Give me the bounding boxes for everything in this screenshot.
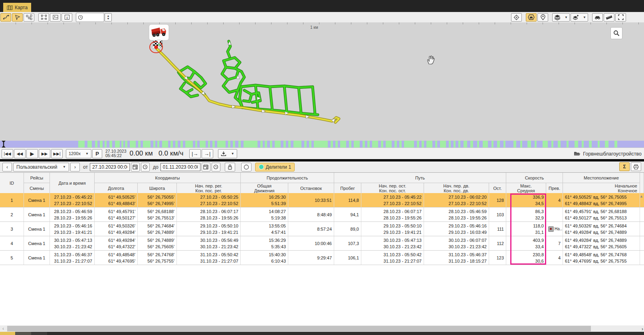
playback-datetime: 27.10.2023 05:45:22 <box>105 149 127 158</box>
prev-period-button[interactable]: ‹ <box>2 163 12 171</box>
map-search-button[interactable] <box>610 27 622 39</box>
header-prev: Прев. <box>546 183 563 193</box>
timeline-segment <box>105 141 107 148</box>
header-shift: Смены <box>24 183 50 193</box>
bottom-edge-segment <box>15 332 31 335</box>
jump-to-end-button[interactable]: →| <box>202 149 213 158</box>
divider-chip[interactable]: Делители 1 <box>255 163 295 171</box>
calendar-icon <box>133 164 138 169</box>
vehicles-button[interactable] <box>592 13 603 22</box>
rewind-button[interactable]: ◀◀ <box>14 149 26 158</box>
totals-button[interactable]: Σ <box>619 162 630 171</box>
jump-to-start-button[interactable]: |→ <box>189 149 201 158</box>
timeline-segment <box>288 141 291 148</box>
measure-button[interactable] <box>604 13 614 22</box>
cell-reg: 27.10.23 - 05:50:2527.10.23 - 22:10:52 <box>177 193 241 207</box>
timeline-segment <box>185 141 193 148</box>
header-stopdur: Остановок <box>288 183 334 193</box>
scroll-right-icon[interactable]: › <box>642 326 643 332</box>
info-button[interactable]: i <box>61 13 72 22</box>
time-spinner[interactable]: ▲ ▼ <box>105 13 112 22</box>
header-lat: Широта <box>138 183 177 193</box>
select-area-button[interactable] <box>38 13 49 22</box>
map-canvas[interactable]: 1 км <box>0 22 644 141</box>
cell-mil: 106,1 <box>334 251 361 265</box>
divider-toggle-button[interactable] <box>241 163 252 171</box>
p-button[interactable]: P <box>92 149 102 158</box>
date-from-input[interactable] <box>90 163 130 171</box>
vehicle-group[interactable]: Горвнешблагоустройство <box>574 148 642 160</box>
header-scroll-gap <box>640 173 644 193</box>
to-calendar-button[interactable] <box>202 163 210 171</box>
table-row[interactable]: 2Смена 128.10.23 - 05:46:5928.10.23 - 19… <box>0 207 644 222</box>
timeline-segment <box>527 141 531 148</box>
layers-button[interactable]: ▼ <box>552 13 570 22</box>
scroll-left-icon[interactable]: ‹ <box>0 326 6 331</box>
timeline-segment <box>399 141 402 148</box>
header-dur: ОбщаяДвижения <box>241 183 288 193</box>
cell-lat: 56° 26,68188'56° 26,75513' <box>138 207 177 221</box>
nodes-tool-button[interactable] <box>24 13 34 22</box>
locate-button[interactable] <box>511 13 522 22</box>
fast-forward-button[interactable]: ▶▶ <box>39 149 50 158</box>
scroll-up-icon[interactable]: ▲ <box>640 194 643 198</box>
scrollbar-thumb[interactable] <box>7 326 591 331</box>
skip-end-button[interactable]: ▶▶| <box>51 149 63 158</box>
timeline-segment <box>422 141 424 148</box>
timeline-segment <box>435 141 437 148</box>
to-time-button[interactable] <box>212 163 220 171</box>
pan-mode-button[interactable] <box>12 13 23 22</box>
timeline-segment <box>354 141 360 148</box>
divider-chip-label: Делители 1 <box>266 164 291 170</box>
timeline-cursor[interactable] <box>2 141 6 148</box>
skip-start-button[interactable]: |◀◀ <box>2 149 13 158</box>
print-button[interactable] <box>631 162 641 171</box>
lock-period-button[interactable] <box>225 163 235 171</box>
cell-mil: 107,3 <box>334 236 361 250</box>
clock-icon <box>78 15 83 20</box>
track-mode-button[interactable] <box>0 13 11 22</box>
period-preset-select[interactable]: Пользовательский ▼ <box>13 163 69 171</box>
cell-stopdur: 8:48:49 <box>288 207 334 221</box>
cell-shift: Смена 1 <box>24 222 50 236</box>
timeline-segment <box>589 141 592 148</box>
cell-loc: 61° 49,50326' вд, 56° 26,7468461° 49,492… <box>563 222 640 236</box>
header-group: Продолжительность <box>241 173 334 183</box>
next-period-button[interactable]: › <box>70 163 80 171</box>
ruler-icon <box>606 15 612 20</box>
export-button[interactable]: ▼ <box>218 149 237 158</box>
tab-map[interactable]: Карта <box>3 3 31 12</box>
cell-loc: 61° 49,45791' вд, 56° 26,6818861° 49,501… <box>563 207 640 221</box>
vehicle-balloon[interactable] <box>148 24 170 45</box>
date-to-input[interactable] <box>161 163 200 171</box>
fullscreen-button[interactable] <box>615 13 626 22</box>
play-button[interactable]: ▶ <box>26 149 38 158</box>
speed-value: 1200x <box>69 151 81 156</box>
time-filter-input[interactable] <box>83 14 102 21</box>
add-layer-button[interactable]: ▼ <box>571 13 588 22</box>
playback-bar: |◀◀ ◀◀ ▶ ▶▶ ▶▶| 1200x ▼ P 27.10.2023 05:… <box>0 148 644 159</box>
from-calendar-button[interactable] <box>131 163 140 171</box>
table-row[interactable]: 4Смена 130.10.23 - 05:47:1330.10.23 - 21… <box>0 236 644 251</box>
table-row[interactable]: 1Смена 127.10.23 - 05:45:2227.10.23 - 22… <box>0 193 644 207</box>
table-row[interactable]: 5Смена 131.10.23 - 05:46:3731.10.23 - 21… <box>0 251 644 265</box>
timeline-segment <box>449 141 451 148</box>
marker-button[interactable] <box>537 13 548 22</box>
cell-mil: 114,8 <box>334 193 361 207</box>
from-time-button[interactable] <box>141 163 150 171</box>
activity-timeline[interactable] <box>0 141 644 148</box>
chevron-down-icon: ▼ <box>231 152 234 156</box>
header-nstop: Ост. <box>489 183 506 193</box>
cell-spd: 118,031,1 <box>506 222 546 236</box>
speed-select[interactable]: 1200x ▼ <box>66 149 91 158</box>
report-actions: Σ <box>619 162 642 171</box>
timeline-segment <box>138 141 141 148</box>
timeline-segment <box>265 141 267 148</box>
timeline-segment <box>233 141 235 148</box>
follow-vehicle-button[interactable] <box>526 13 537 22</box>
violation-icon <box>548 226 554 232</box>
timeline-segment <box>121 141 123 148</box>
timeline-segment <box>309 141 311 148</box>
images-button[interactable] <box>50 13 61 22</box>
table-row[interactable]: 3Смена 129.10.23 - 05:46:1629.10.23 - 19… <box>0 222 644 236</box>
